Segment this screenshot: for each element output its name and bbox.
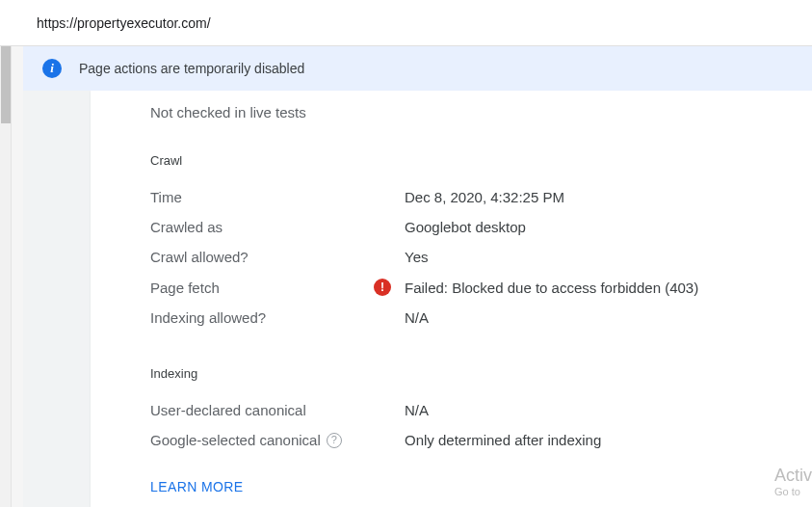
crawl-section-title: Crawl — [150, 153, 789, 168]
left-gap — [12, 46, 23, 507]
row-crawled-as: Crawled as Googlebot desktop — [150, 219, 789, 235]
notice-banner: i Page actions are temporarily disabled — [23, 46, 812, 91]
row-crawl-allowed: Crawl allowed? Yes — [150, 249, 789, 265]
value-google-canonical: Only determined after indexing — [405, 432, 601, 448]
label-google-canonical: Google-selected canonical ? — [150, 432, 374, 448]
value-user-canonical: N/A — [405, 402, 429, 418]
not-checked-text: Not checked in live tests — [150, 104, 789, 120]
body-row: Not checked in live tests Crawl Time Dec… — [23, 91, 812, 507]
value-page-fetch: Failed: Blocked due to access forbidden … — [405, 280, 698, 296]
label-page-fetch: Page fetch — [150, 280, 374, 296]
label-indexing-allowed: Indexing allowed? — [150, 309, 374, 326]
main-column: i Page actions are temporarily disabled … — [23, 46, 812, 507]
value-time: Dec 8, 2020, 4:32:25 PM — [405, 189, 564, 205]
url-bar: https://propertyexecutor.com/ — [0, 0, 812, 46]
scrollbar[interactable] — [0, 46, 12, 507]
help-icon[interactable]: ? — [327, 433, 342, 448]
row-google-canonical: Google-selected canonical ? Only determi… — [150, 432, 789, 448]
value-crawled-as: Googlebot desktop — [405, 219, 526, 235]
label-crawl-allowed: Crawl allowed? — [150, 249, 374, 265]
row-page-fetch: Page fetch ! Failed: Blocked due to acce… — [150, 279, 789, 296]
label-crawled-as: Crawled as — [150, 219, 374, 235]
error-icon: ! — [374, 279, 391, 296]
notice-text: Page actions are temporarily disabled — [79, 61, 304, 76]
label-user-canonical: User-declared canonical — [150, 402, 374, 418]
value-indexing-allowed: N/A — [405, 309, 429, 326]
row-user-canonical: User-declared canonical N/A — [150, 402, 789, 418]
side-pad — [23, 91, 91, 507]
row-time: Time Dec 8, 2020, 4:32:25 PM — [150, 189, 789, 205]
info-icon: i — [42, 59, 62, 78]
indexing-section-title: Indexing — [150, 366, 789, 381]
details-panel: Not checked in live tests Crawl Time Dec… — [91, 91, 812, 507]
content-wrap: i Page actions are temporarily disabled … — [0, 46, 812, 507]
scroll-thumb[interactable] — [1, 46, 11, 123]
label-time: Time — [150, 189, 374, 205]
url-text: https://propertyexecutor.com/ — [37, 15, 211, 31]
learn-more-link[interactable]: LEARN MORE — [150, 479, 789, 494]
row-indexing-allowed: Indexing allowed? N/A — [150, 309, 789, 326]
value-crawl-allowed: Yes — [405, 249, 428, 265]
